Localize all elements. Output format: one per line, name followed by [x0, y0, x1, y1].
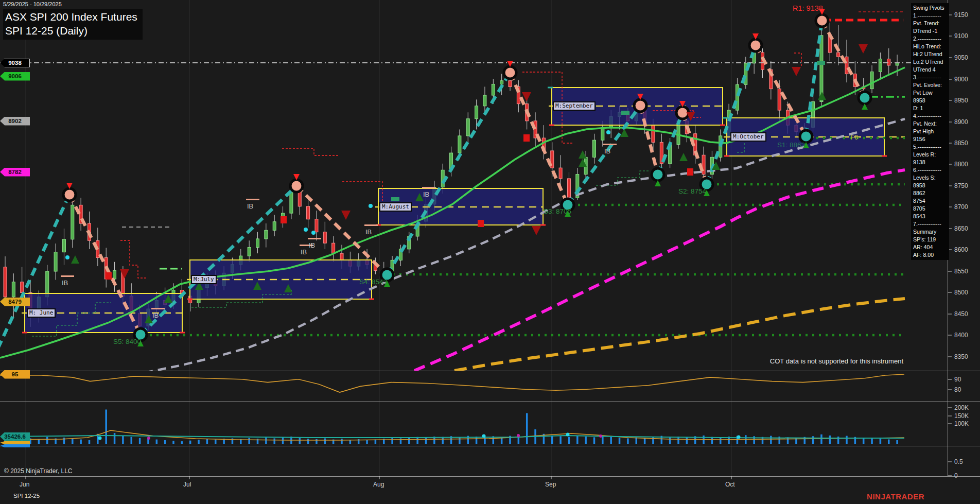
- time-axis-month-label: Jun: [20, 481, 29, 488]
- time-axis-month-label: Jul: [183, 481, 191, 488]
- axis-tick-label: 8700: [954, 203, 968, 211]
- oscillator-line: [0, 374, 904, 392]
- swing-panel-line: 7.-------------: [913, 220, 949, 228]
- axis-tick-label: 9000: [954, 76, 968, 83]
- candle-body: [248, 248, 251, 256]
- swing-panel-line: 8705: [913, 205, 949, 213]
- sell-triangle-icon: [859, 44, 868, 54]
- ib-label: IB: [247, 202, 253, 210]
- candle-body: [12, 282, 15, 297]
- cot-warning-text: COT data is not supported for this instr…: [770, 357, 903, 365]
- oscillator-panel: [0, 374, 904, 392]
- swing-panel-line: 8958: [913, 182, 949, 189]
- swing-panel-line: D: 1: [913, 105, 949, 112]
- axis-tick-label: 8750: [954, 182, 968, 189]
- volume-cyan-dot-icon: [482, 435, 486, 438]
- axis-tick-label: 9150: [954, 11, 968, 19]
- instrument-name: ASX SPI 200 Index Futures: [5, 10, 137, 24]
- ib-label: IB: [152, 311, 159, 319]
- tab-spi-12-25[interactable]: SPI 12-25: [13, 493, 40, 499]
- contract-interval: SPI 12-25 (Daily): [5, 24, 137, 38]
- axis-tick-label: 9050: [954, 54, 968, 61]
- swing-panel-line: Pvt High: [913, 128, 949, 135]
- panel-frame: [0, 0, 980, 479]
- red-step-line: [342, 182, 382, 201]
- candle-body: [837, 53, 840, 57]
- candle-body: [475, 106, 478, 119]
- candle-body: [879, 59, 882, 72]
- candle-body: [54, 252, 57, 271]
- swing-panel-line: AF: 8.00: [913, 251, 949, 259]
- pivot-high-circle: [63, 188, 76, 201]
- axis-tick-label: 9100: [954, 32, 968, 40]
- moving-averages: [0, 67, 905, 399]
- swing-panel-line: 8543: [913, 213, 949, 220]
- ninjatrader-chart-window: 5/29/2025 - 10/29/2025 ASX SPI 200 Index…: [0, 0, 980, 504]
- candle-body: [307, 206, 310, 219]
- candle-body: [4, 267, 7, 297]
- swing-panel-line: UTrend 4: [913, 66, 949, 74]
- pivot-high-circle: [290, 180, 303, 192]
- axis-tick-label: 8800: [954, 161, 968, 168]
- level-label: S4: 8543: [359, 278, 387, 286]
- swing-panel-line: Summary: [913, 228, 949, 236]
- ib-label: IB: [309, 241, 315, 249]
- swing-panel-line: 4.-------------: [913, 112, 949, 120]
- red-signal-box: [523, 134, 530, 142]
- candle-body: [265, 230, 268, 239]
- month-range-boxes: [22, 88, 905, 333]
- axis-tick-label: 8350: [954, 353, 968, 360]
- candle-body: [559, 168, 562, 179]
- pivot-high-circle: [816, 14, 828, 27]
- volume-magenta-dot-icon: [517, 434, 520, 437]
- red-signal-box: [281, 216, 287, 223]
- month-box-label: M:July: [191, 275, 217, 284]
- axis-price-tag: 8782: [0, 168, 30, 177]
- buy-triangle-icon: [620, 129, 628, 137]
- level-label: S2: 8754: [678, 187, 706, 195]
- zigzag-segment: [0, 195, 69, 360]
- axis-tick-label: 0: [954, 472, 958, 479]
- buy-triangle-icon: [579, 150, 587, 159]
- month-box-label: M:September: [553, 101, 596, 111]
- swing-panel-line: Pvt. Next:: [913, 120, 949, 128]
- axis-tick-label: 80: [954, 386, 961, 393]
- cyan-dot-icon: [606, 130, 610, 134]
- chart-title: ASX SPI 200 Index Futures SPI 12-25 (Dai…: [3, 9, 143, 40]
- zigzag-segment: [822, 21, 865, 98]
- copyright-text: © 2025 NinjaTrader, LLC: [4, 467, 72, 475]
- swing-panel-line: Pvt. Trend:: [913, 20, 949, 27]
- axis-tick-label: 0.5: [954, 458, 963, 465]
- candle-body: [702, 155, 705, 174]
- candle-body: [736, 84, 739, 110]
- pivot-high-circle: [749, 39, 762, 51]
- month-gridlines: [26, 0, 731, 476]
- chart-canvas[interactable]: [0, 0, 980, 504]
- candle-body: [820, 36, 823, 102]
- candle-body: [870, 72, 873, 89]
- axis-price-tag-partial: [0, 441, 30, 444]
- ninjatrader-logo: NINJATRADER: [867, 492, 924, 501]
- sell-triangle-icon: [341, 211, 351, 220]
- candle-body: [466, 119, 469, 136]
- pivot-high-circle: [504, 66, 516, 79]
- level-label: R1: 9138: [793, 4, 823, 12]
- candle-body: [652, 125, 655, 142]
- axis-tick-label: 8500: [954, 289, 968, 296]
- candle-body: [21, 282, 24, 293]
- candle-body: [509, 81, 512, 87]
- pivot-low-circle: [859, 92, 871, 104]
- level-label: S1: 8862: [777, 141, 805, 149]
- sell-triangle-icon: [532, 226, 541, 235]
- swing-panel-line: Pvt. Evolve:: [913, 81, 949, 89]
- candle-body: [500, 81, 503, 84]
- volume-magenta-dot-icon: [599, 435, 602, 438]
- candle-body: [315, 219, 318, 232]
- month-box-label: M:October: [730, 132, 766, 142]
- volume-magenta-dot-icon: [147, 437, 150, 440]
- axis-price-tag: 9038: [0, 59, 30, 67]
- time-axis-month-label: Sep: [545, 481, 556, 488]
- volume-cyan-dot-icon: [737, 436, 741, 439]
- buy-triangle-icon: [71, 255, 79, 264]
- candle-body: [778, 89, 781, 111]
